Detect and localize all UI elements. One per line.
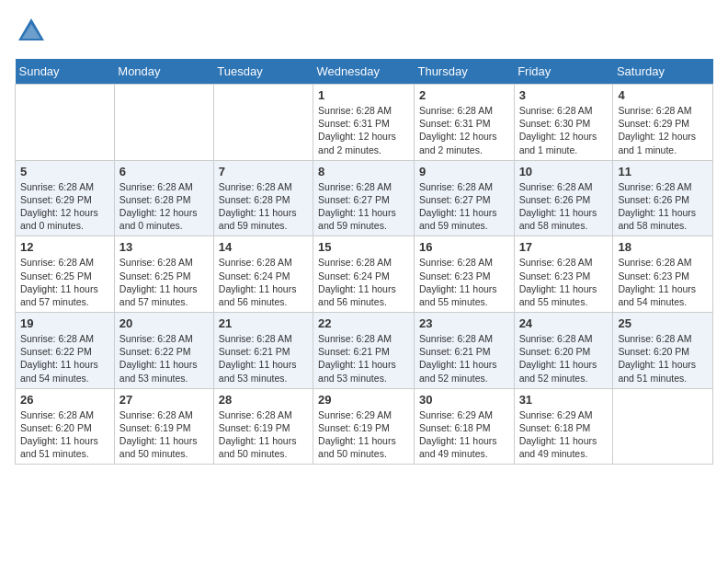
cell-info: Sunrise: 6:28 AMSunset: 6:25 PMDaylight:… xyxy=(119,257,198,307)
day-header-saturday: Saturday xyxy=(613,59,713,85)
day-number: 29 xyxy=(318,393,409,407)
days-header-row: SundayMondayTuesdayWednesdayThursdayFrid… xyxy=(16,59,713,85)
day-number: 14 xyxy=(219,240,308,254)
calendar-cell: 16Sunrise: 6:28 AMSunset: 6:23 PMDayligh… xyxy=(414,236,514,313)
calendar-week-row: 5Sunrise: 6:28 AMSunset: 6:29 PMDaylight… xyxy=(16,160,713,236)
day-number: 24 xyxy=(519,316,609,330)
calendar-cell: 7Sunrise: 6:28 AMSunset: 6:28 PMDaylight… xyxy=(213,160,313,236)
calendar-cell xyxy=(114,85,213,161)
cell-info: Sunrise: 6:28 AMSunset: 6:23 PMDaylight:… xyxy=(618,257,696,307)
calendar-cell xyxy=(613,388,713,465)
day-number: 17 xyxy=(519,240,609,254)
day-number: 30 xyxy=(419,393,509,407)
calendar-cell xyxy=(16,85,115,161)
day-number: 26 xyxy=(20,393,109,407)
calendar-week-row: 26Sunrise: 6:28 AMSunset: 6:20 PMDayligh… xyxy=(16,388,713,465)
cell-info: Sunrise: 6:29 AMSunset: 6:19 PMDaylight:… xyxy=(318,409,396,460)
day-number: 6 xyxy=(119,165,209,178)
cell-info: Sunrise: 6:28 AMSunset: 6:23 PMDaylight:… xyxy=(419,257,497,307)
day-header-friday: Friday xyxy=(514,59,613,85)
cell-info: Sunrise: 6:28 AMSunset: 6:24 PMDaylight:… xyxy=(219,257,297,307)
calendar-cell: 19Sunrise: 6:28 AMSunset: 6:22 PMDayligh… xyxy=(16,313,115,389)
day-number: 3 xyxy=(519,88,609,102)
calendar-cell: 21Sunrise: 6:28 AMSunset: 6:21 PMDayligh… xyxy=(213,313,313,389)
calendar-cell: 15Sunrise: 6:28 AMSunset: 6:24 PMDayligh… xyxy=(313,236,415,313)
cell-info: Sunrise: 6:28 AMSunset: 6:21 PMDaylight:… xyxy=(318,333,396,384)
cell-info: Sunrise: 6:28 AMSunset: 6:28 PMDaylight:… xyxy=(219,181,297,232)
calendar-cell: 10Sunrise: 6:28 AMSunset: 6:26 PMDayligh… xyxy=(514,160,613,236)
calendar-cell: 29Sunrise: 6:29 AMSunset: 6:19 PMDayligh… xyxy=(313,388,415,465)
cell-info: Sunrise: 6:29 AMSunset: 6:18 PMDaylight:… xyxy=(519,409,597,460)
calendar-cell: 13Sunrise: 6:28 AMSunset: 6:25 PMDayligh… xyxy=(114,236,213,313)
calendar-cell: 1Sunrise: 6:28 AMSunset: 6:31 PMDaylight… xyxy=(313,85,415,161)
day-number: 18 xyxy=(618,240,708,254)
cell-info: Sunrise: 6:28 AMSunset: 6:19 PMDaylight:… xyxy=(219,409,297,460)
calendar-cell xyxy=(213,85,313,161)
day-number: 8 xyxy=(318,165,409,178)
calendar-table: SundayMondayTuesdayWednesdayThursdayFrid… xyxy=(15,59,713,465)
day-header-thursday: Thursday xyxy=(414,59,514,85)
day-number: 5 xyxy=(20,165,109,178)
day-header-sunday: Sunday xyxy=(16,59,115,85)
day-number: 25 xyxy=(618,316,708,330)
calendar-cell: 5Sunrise: 6:28 AMSunset: 6:29 PMDaylight… xyxy=(16,160,115,236)
day-number: 20 xyxy=(119,316,209,330)
calendar-cell: 11Sunrise: 6:28 AMSunset: 6:26 PMDayligh… xyxy=(613,160,713,236)
day-number: 27 xyxy=(119,393,209,407)
calendar-cell: 3Sunrise: 6:28 AMSunset: 6:30 PMDaylight… xyxy=(514,85,613,161)
day-number: 4 xyxy=(618,88,708,102)
calendar-cell: 8Sunrise: 6:28 AMSunset: 6:27 PMDaylight… xyxy=(313,160,415,236)
cell-info: Sunrise: 6:28 AMSunset: 6:24 PMDaylight:… xyxy=(318,257,396,307)
calendar-week-row: 19Sunrise: 6:28 AMSunset: 6:22 PMDayligh… xyxy=(16,313,713,389)
calendar-cell: 4Sunrise: 6:28 AMSunset: 6:29 PMDaylight… xyxy=(613,85,713,161)
calendar-week-row: 1Sunrise: 6:28 AMSunset: 6:31 PMDaylight… xyxy=(16,85,713,161)
cell-info: Sunrise: 6:28 AMSunset: 6:22 PMDaylight:… xyxy=(119,333,198,384)
calendar-week-row: 12Sunrise: 6:28 AMSunset: 6:25 PMDayligh… xyxy=(16,236,713,313)
calendar-cell: 30Sunrise: 6:29 AMSunset: 6:18 PMDayligh… xyxy=(414,388,514,465)
calendar-cell: 31Sunrise: 6:29 AMSunset: 6:18 PMDayligh… xyxy=(514,388,613,465)
day-number: 9 xyxy=(419,165,509,178)
day-number: 28 xyxy=(219,393,308,407)
cell-info: Sunrise: 6:28 AMSunset: 6:22 PMDaylight:… xyxy=(20,333,98,384)
calendar-cell: 22Sunrise: 6:28 AMSunset: 6:21 PMDayligh… xyxy=(313,313,415,389)
calendar-cell: 18Sunrise: 6:28 AMSunset: 6:23 PMDayligh… xyxy=(613,236,713,313)
calendar-cell: 2Sunrise: 6:28 AMSunset: 6:31 PMDaylight… xyxy=(414,85,514,161)
cell-info: Sunrise: 6:28 AMSunset: 6:31 PMDaylight:… xyxy=(318,105,396,155)
logo xyxy=(15,15,48,48)
cell-info: Sunrise: 6:28 AMSunset: 6:31 PMDaylight:… xyxy=(419,105,497,155)
calendar-cell: 20Sunrise: 6:28 AMSunset: 6:22 PMDayligh… xyxy=(114,313,213,389)
cell-info: Sunrise: 6:28 AMSunset: 6:21 PMDaylight:… xyxy=(219,333,297,384)
calendar-cell: 23Sunrise: 6:28 AMSunset: 6:21 PMDayligh… xyxy=(414,313,514,389)
day-number: 1 xyxy=(318,88,409,102)
page-header xyxy=(15,15,713,48)
cell-info: Sunrise: 6:29 AMSunset: 6:18 PMDaylight:… xyxy=(419,409,497,460)
cell-info: Sunrise: 6:28 AMSunset: 6:20 PMDaylight:… xyxy=(618,333,696,384)
cell-info: Sunrise: 6:28 AMSunset: 6:23 PMDaylight:… xyxy=(519,257,597,307)
day-number: 22 xyxy=(318,316,409,330)
cell-info: Sunrise: 6:28 AMSunset: 6:20 PMDaylight:… xyxy=(519,333,597,384)
cell-info: Sunrise: 6:28 AMSunset: 6:21 PMDaylight:… xyxy=(419,333,497,384)
calendar-cell: 24Sunrise: 6:28 AMSunset: 6:20 PMDayligh… xyxy=(514,313,613,389)
day-header-wednesday: Wednesday xyxy=(313,59,415,85)
day-number: 10 xyxy=(519,165,609,178)
cell-info: Sunrise: 6:28 AMSunset: 6:26 PMDaylight:… xyxy=(618,181,696,232)
day-number: 12 xyxy=(20,240,109,254)
day-number: 2 xyxy=(419,88,509,102)
cell-info: Sunrise: 6:28 AMSunset: 6:25 PMDaylight:… xyxy=(20,257,98,307)
cell-info: Sunrise: 6:28 AMSunset: 6:27 PMDaylight:… xyxy=(318,181,396,232)
calendar-cell: 25Sunrise: 6:28 AMSunset: 6:20 PMDayligh… xyxy=(613,313,713,389)
day-header-monday: Monday xyxy=(114,59,213,85)
cell-info: Sunrise: 6:28 AMSunset: 6:29 PMDaylight:… xyxy=(618,105,696,155)
calendar-cell: 14Sunrise: 6:28 AMSunset: 6:24 PMDayligh… xyxy=(213,236,313,313)
day-number: 23 xyxy=(419,316,509,330)
calendar-cell: 12Sunrise: 6:28 AMSunset: 6:25 PMDayligh… xyxy=(16,236,115,313)
cell-info: Sunrise: 6:28 AMSunset: 6:29 PMDaylight:… xyxy=(20,181,98,232)
calendar-cell: 26Sunrise: 6:28 AMSunset: 6:20 PMDayligh… xyxy=(16,388,115,465)
day-header-tuesday: Tuesday xyxy=(213,59,313,85)
day-number: 13 xyxy=(119,240,209,254)
calendar-cell: 17Sunrise: 6:28 AMSunset: 6:23 PMDayligh… xyxy=(514,236,613,313)
day-number: 15 xyxy=(318,240,409,254)
day-number: 11 xyxy=(618,165,708,178)
calendar-cell: 6Sunrise: 6:28 AMSunset: 6:28 PMDaylight… xyxy=(114,160,213,236)
cell-info: Sunrise: 6:28 AMSunset: 6:19 PMDaylight:… xyxy=(119,409,198,460)
